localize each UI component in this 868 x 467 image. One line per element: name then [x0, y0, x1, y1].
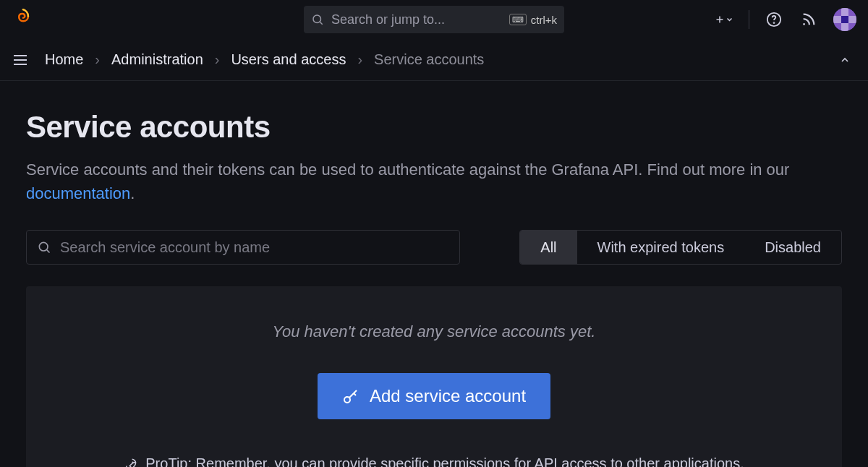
key-icon — [342, 387, 359, 405]
news-rss-button[interactable] — [799, 9, 819, 30]
search-icon — [311, 13, 324, 26]
chevron-right-icon: › — [215, 51, 220, 68]
top-actions — [714, 8, 856, 31]
filter-row: All With expired tokens Disabled — [26, 230, 842, 265]
breadcrumb-link[interactable]: Users and access — [231, 51, 346, 68]
protip-text: ProTip: Remember, you can provide specif… — [145, 455, 744, 467]
empty-state-message: You haven't created any service accounts… — [48, 322, 820, 341]
help-button[interactable] — [764, 9, 784, 30]
keyboard-shortcut: ⌨ ctrl+k — [509, 14, 557, 26]
keyboard-icon: ⌨ — [509, 14, 527, 25]
rocket-icon — [124, 457, 138, 468]
breadcrumb-bar: Home › Administration › Users and access… — [0, 39, 868, 81]
add-service-account-button[interactable]: Add service account — [318, 373, 550, 419]
top-bar: Search or jump to... ⌨ ctrl+k — [0, 0, 868, 39]
svg-line-14 — [354, 393, 356, 395]
breadcrumb-current: Service accounts — [374, 51, 484, 68]
filter-tab-disabled[interactable]: Disabled — [744, 231, 841, 264]
grafana-logo[interactable] — [12, 8, 35, 31]
global-search-placeholder: Search or jump to... — [331, 12, 502, 27]
svg-point-12 — [344, 397, 350, 403]
svg-point-15 — [132, 461, 134, 463]
collapse-button[interactable] — [833, 48, 856, 72]
svg-point-5 — [774, 22, 775, 23]
divider — [749, 10, 749, 29]
menu-toggle-button[interactable] — [12, 51, 29, 69]
main-content: Service accounts Service accounts and th… — [0, 81, 868, 467]
state-filter-tabs: All With expired tokens Disabled — [519, 230, 842, 265]
breadcrumb: Home › Administration › Users and access… — [45, 51, 484, 68]
page-description: Service accounts and their tokens can be… — [26, 158, 842, 205]
service-account-search-input[interactable] — [60, 239, 449, 256]
chevron-right-icon: › — [357, 51, 362, 68]
page-title: Service accounts — [26, 110, 842, 145]
filter-tab-all[interactable]: All — [520, 231, 576, 264]
add-service-account-label: Add service account — [370, 386, 526, 406]
svg-point-6 — [803, 23, 805, 25]
global-search[interactable]: Search or jump to... ⌨ ctrl+k — [304, 6, 564, 33]
breadcrumb-link[interactable]: Administration — [111, 51, 203, 68]
chevron-right-icon: › — [95, 51, 100, 68]
documentation-link[interactable]: documentation — [26, 184, 130, 202]
svg-point-0 — [313, 15, 321, 23]
filter-tab-expired[interactable]: With expired tokens — [577, 231, 745, 264]
protip: ProTip: Remember, you can provide specif… — [48, 455, 820, 467]
svg-line-1 — [320, 22, 322, 24]
svg-line-11 — [47, 250, 50, 253]
empty-state-panel: You haven't created any service accounts… — [26, 286, 842, 467]
breadcrumb-link[interactable]: Home — [45, 51, 83, 68]
add-menu-button[interactable] — [714, 9, 734, 30]
service-account-search[interactable] — [26, 230, 460, 265]
svg-point-10 — [39, 242, 48, 251]
search-icon — [37, 240, 51, 254]
user-avatar[interactable] — [833, 8, 856, 31]
svg-line-13 — [349, 390, 357, 398]
